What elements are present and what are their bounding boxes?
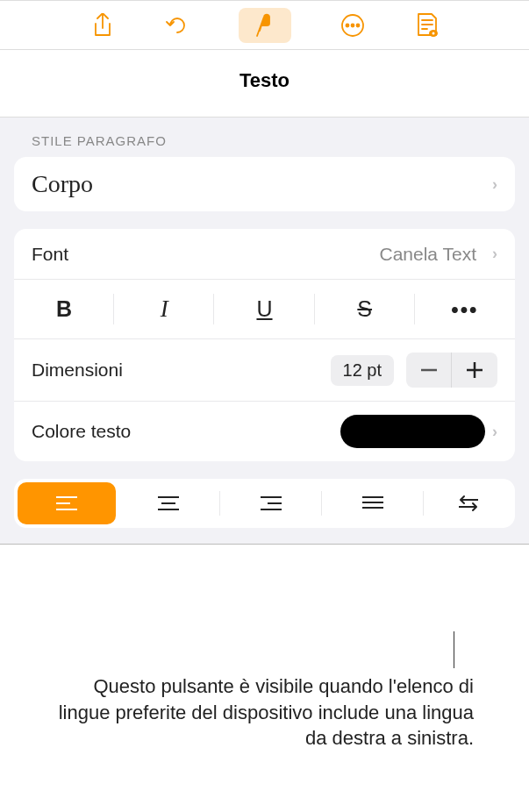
share-button[interactable] — [89, 12, 116, 39]
italic-button[interactable]: I — [114, 290, 214, 328]
format-button[interactable] — [239, 8, 291, 43]
bold-button[interactable]: B — [14, 290, 114, 328]
paragraph-style-label: Stile paragrafo — [0, 118, 529, 157]
alignment-row — [14, 479, 515, 528]
more-options-button[interactable] — [340, 12, 366, 39]
callout-text: Questo pulsante è visibile quando l'elen… — [53, 673, 474, 751]
svg-point-5 — [432, 32, 434, 34]
more-formatting-button[interactable]: ••• — [415, 290, 515, 328]
color-swatch — [340, 415, 485, 448]
format-panel: Testo Stile paragrafo Corpo › Font Canel… — [0, 50, 529, 545]
text-direction-button[interactable] — [425, 482, 511, 524]
size-label: Dimensioni — [32, 360, 123, 381]
undo-button[interactable] — [164, 12, 190, 39]
underline-button[interactable]: U — [214, 290, 314, 328]
strikethrough-button[interactable]: S — [315, 290, 415, 328]
font-label: Font — [32, 244, 68, 265]
size-value[interactable]: 12 pt — [331, 355, 394, 386]
increase-size-button[interactable] — [452, 353, 497, 388]
align-center-button[interactable] — [119, 482, 218, 524]
decrease-size-button[interactable] — [406, 353, 452, 388]
font-selector[interactable]: Font Canela Text › — [14, 229, 515, 280]
font-value: Canela Text — [379, 244, 476, 265]
svg-point-1 — [346, 24, 348, 26]
paragraph-style-selector[interactable]: Corpo › — [14, 157, 515, 211]
svg-point-2 — [351, 24, 354, 26]
text-format-buttons: B I U S ••• — [14, 280, 515, 339]
align-left-button[interactable] — [18, 482, 116, 524]
align-right-button[interactable] — [222, 482, 320, 524]
text-color-selector[interactable]: Colore testo › — [14, 402, 515, 461]
svg-point-3 — [356, 24, 359, 26]
toolbar — [0, 0, 529, 50]
size-stepper — [406, 353, 497, 388]
paragraph-style-name: Corpo — [32, 170, 93, 198]
text-color-label: Colore testo — [32, 421, 131, 442]
document-view-button[interactable] — [414, 12, 440, 39]
font-card: Font Canela Text › B I U S ••• Dimension… — [14, 229, 515, 461]
size-row: Dimensioni 12 pt — [14, 339, 515, 402]
chevron-right-icon: › — [492, 245, 497, 263]
panel-title: Testo — [0, 50, 529, 118]
callout-leader-line — [454, 631, 454, 668]
paragraph-style-card: Corpo › — [14, 157, 515, 211]
chevron-right-icon: › — [492, 175, 497, 194]
chevron-right-icon: › — [492, 423, 497, 441]
align-justify-button[interactable] — [324, 482, 422, 524]
